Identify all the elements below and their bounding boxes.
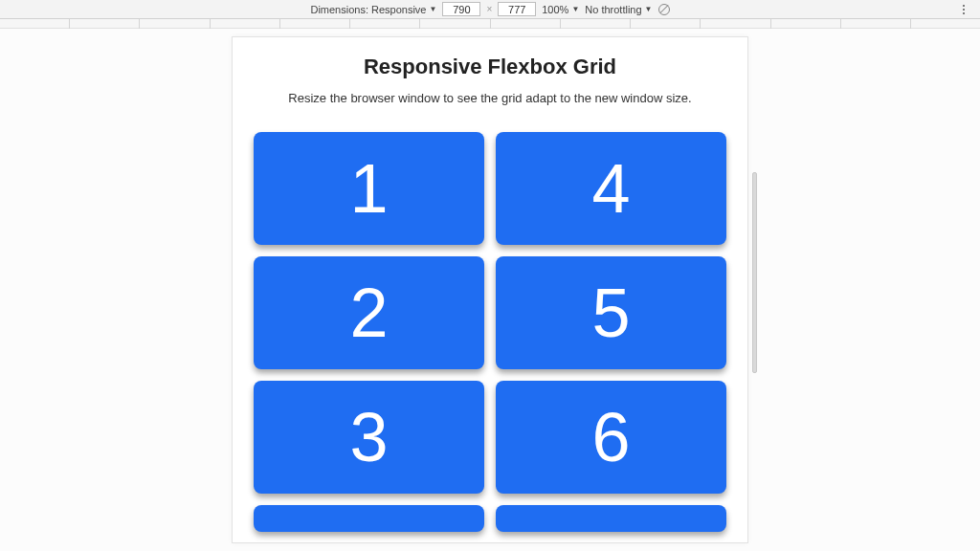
times-icon: × (486, 4, 492, 14)
caret-down-icon: ▼ (645, 5, 653, 13)
grid-tile (254, 505, 484, 532)
grid-column: 1 2 3 (254, 132, 484, 532)
grid-tile: 6 (496, 381, 726, 494)
grid-column: 4 5 6 (496, 132, 726, 532)
rotate-icon[interactable] (658, 4, 670, 15)
zoom-dropdown[interactable]: 100% ▼ (542, 4, 579, 15)
grid-tile: 4 (496, 132, 726, 245)
grid-tile: 3 (254, 381, 484, 494)
device-frame: Responsive Flexbox Grid Resize the brows… (232, 36, 748, 543)
zoom-value: 100% (542, 4, 568, 15)
grid-tile: 5 (496, 256, 726, 369)
breakpoint-ruler (0, 19, 980, 29)
grid-tile (496, 505, 726, 532)
caret-down-icon: ▼ (571, 5, 579, 13)
grid-tile: 1 (254, 132, 484, 245)
device-mode-value: Responsive (371, 4, 426, 15)
devtools-device-toolbar: Dimensions: Responsive ▼ × 100% ▼ No thr… (0, 0, 980, 19)
resize-handle[interactable] (752, 172, 757, 373)
page-subtitle: Resize the browser window to see the gri… (254, 91, 726, 105)
throttling-dropdown[interactable]: No throttling ▼ (585, 4, 652, 15)
viewport-area: Responsive Flexbox Grid Resize the brows… (0, 29, 980, 551)
grid-tile: 2 (254, 256, 484, 369)
viewport-width-input[interactable] (442, 2, 480, 16)
more-options-button[interactable] (957, 2, 970, 17)
flex-grid: 1 2 3 4 5 6 (254, 132, 726, 532)
page-title: Responsive Flexbox Grid (254, 55, 726, 79)
device-dimensions-dropdown[interactable]: Dimensions: Responsive ▼ (310, 4, 436, 15)
dimensions-label: Dimensions: (310, 4, 368, 15)
viewport-height-input[interactable] (498, 2, 536, 16)
caret-down-icon: ▼ (429, 5, 436, 13)
throttling-value: No throttling (585, 4, 641, 15)
